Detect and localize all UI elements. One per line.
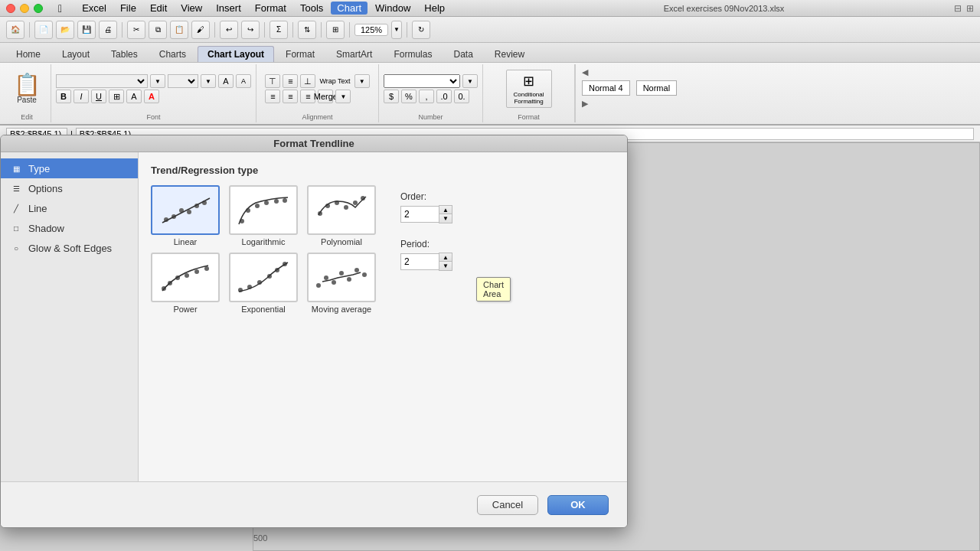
align-top-btn[interactable]: ⊤ [265, 74, 280, 88]
tab-data[interactable]: Data [443, 46, 482, 62]
toolbar-autosum-btn[interactable]: Σ [270, 21, 288, 39]
borders-btn[interactable]: ⊞ [109, 90, 124, 103]
toolbar-refresh-btn[interactable]: ↻ [412, 21, 430, 39]
toolbar-new-btn[interactable]: 📄 [34, 21, 53, 39]
decrease-font-btn[interactable]: A [236, 74, 251, 88]
font-color-btn[interactable]: A [144, 90, 159, 103]
wrap-text-btn[interactable]: ▼ [354, 74, 370, 88]
underline-btn[interactable]: U [91, 90, 106, 103]
trend-moving-average[interactable]: Moving average [307, 253, 376, 314]
trend-linear[interactable]: Linear [151, 185, 220, 246]
font-dropdown-btn[interactable]: ▼ [150, 74, 165, 88]
percent-btn[interactable]: % [401, 90, 416, 103]
font-size-select[interactable] [168, 74, 198, 88]
ribbon-tabs: Home Layout Tables Charts Chart Layout F… [0, 43, 980, 63]
font-size-dropdown-btn[interactable]: ▼ [201, 74, 216, 88]
trend-polynomial[interactable]: Polynomial [307, 185, 376, 246]
tab-formulas[interactable]: Formulas [384, 46, 442, 62]
order-period-controls: Order: ▲ ▼ Period: [400, 191, 452, 314]
toolbar-copy-btn[interactable]: ⧉ [149, 21, 167, 39]
tab-chart-layout[interactable]: Chart Layout [198, 46, 274, 62]
menu-help[interactable]: Help [418, 2, 451, 15]
trend-exponential[interactable]: Exponential [229, 253, 298, 314]
apple-menu[interactable]:  [52, 2, 68, 15]
trend-polynomial-icon [307, 185, 376, 235]
menu-tools[interactable]: Tools [294, 2, 329, 15]
conditional-formatting-btn[interactable]: ⊞ Conditional Formatting [506, 70, 552, 108]
style-nav-next[interactable]: ▶ [582, 99, 691, 109]
style-normal-preview: Normal [636, 80, 677, 96]
tab-format[interactable]: Format [276, 46, 325, 62]
order-input[interactable] [400, 206, 439, 223]
style-nav-prev[interactable]: ◀ [582, 67, 691, 77]
decrease-decimal-btn[interactable]: 0. [454, 90, 469, 103]
bold-btn[interactable]: B [56, 90, 71, 103]
period-down-btn[interactable]: ▼ [439, 262, 452, 270]
order-down-btn[interactable]: ▼ [439, 214, 452, 223]
trend-power[interactable]: Power [151, 253, 220, 314]
font-family-select[interactable] [56, 74, 148, 88]
toolbar-gallery-btn[interactable]: ⊞ [326, 21, 345, 39]
menu-view[interactable]: View [175, 2, 208, 15]
increase-decimal-btn[interactable]: .0 [436, 90, 452, 103]
period-input[interactable] [400, 253, 439, 270]
sidebar-item-glow[interactable]: ○ Glow & Soft Edges [1, 238, 138, 258]
maximize-button[interactable] [34, 4, 43, 13]
merge-dropdown-btn[interactable]: ▼ [335, 90, 351, 103]
tab-home[interactable]: Home [6, 46, 51, 62]
menu-bar:  Excel File Edit View Insert Format Too… [52, 2, 494, 15]
tab-tables[interactable]: Tables [101, 46, 148, 62]
toolbar-open-btn[interactable]: 📂 [56, 21, 74, 39]
toolbar-undo-btn[interactable]: ↩ [220, 21, 238, 39]
toolbar-print-btn[interactable]: 🖨 [99, 21, 117, 39]
align-middle-btn[interactable]: ≡ [283, 74, 298, 88]
ok-button[interactable]: OK [547, 495, 609, 515]
toolbar-sort-btn[interactable]: ⇅ [298, 21, 316, 39]
tab-smartart[interactable]: SmartArt [326, 46, 382, 62]
toolbar-home-btn[interactable]: 🏠 [6, 21, 24, 39]
toolbar-paste-btn[interactable]: 📋 [170, 21, 188, 39]
order-control: ▲ ▼ [400, 205, 452, 223]
period-label: Period: [400, 239, 452, 249]
period-up-btn[interactable]: ▲ [439, 253, 452, 262]
trend-logarithmic[interactable]: Logarithmic [229, 185, 298, 246]
align-bottom-btn[interactable]: ⊥ [300, 74, 315, 88]
svg-point-51 [264, 201, 269, 205]
tab-charts[interactable]: Charts [149, 46, 196, 62]
align-left-btn[interactable]: ≡ [265, 90, 280, 103]
increase-font-btn[interactable]: A [218, 74, 234, 88]
currency-btn[interactable]: $ [384, 90, 399, 103]
menu-window[interactable]: Window [369, 2, 416, 15]
menu-format[interactable]: Format [249, 2, 292, 15]
menu-file[interactable]: File [114, 2, 142, 15]
tab-layout[interactable]: Layout [52, 46, 100, 62]
italic-btn[interactable]: I [74, 90, 89, 103]
order-up-btn[interactable]: ▲ [439, 206, 452, 214]
merge-btn[interactable]: Merge [318, 90, 333, 103]
toolbar-save-btn[interactable]: 💾 [77, 21, 96, 39]
cancel-button[interactable]: Cancel [477, 495, 538, 515]
zoom-dropdown-btn[interactable]: ▼ [391, 21, 402, 39]
menu-insert[interactable]: Insert [210, 2, 247, 15]
fill-color-btn[interactable]: A [126, 90, 142, 103]
trend-grid: Linear [151, 185, 615, 314]
comma-btn[interactable]: , [419, 90, 434, 103]
minimize-button[interactable] [20, 4, 29, 13]
menu-excel[interactable]: Excel [76, 2, 113, 15]
sidebar-item-line[interactable]: ╱ Line [1, 198, 138, 218]
sidebar-item-type[interactable]: ▦ Type [1, 158, 138, 178]
align-center-btn[interactable]: ≡ [283, 90, 298, 103]
close-button[interactable] [6, 4, 15, 13]
menu-edit[interactable]: Edit [144, 2, 173, 15]
chart-area-tooltip[interactable]: Chart Area [476, 277, 511, 302]
number-format-dropdown-btn[interactable]: ▼ [462, 74, 478, 88]
menu-chart[interactable]: Chart [331, 2, 368, 15]
toolbar-format-painter-btn[interactable]: 🖌 [191, 21, 210, 39]
sidebar-item-options[interactable]: ☰ Options [1, 178, 138, 198]
toolbar-redo-btn[interactable]: ↪ [241, 21, 260, 39]
number-format-select[interactable] [384, 74, 460, 88]
section-title: Trend/Regression type [151, 165, 615, 176]
sidebar-item-shadow[interactable]: □ Shadow [1, 218, 138, 238]
toolbar-cut-btn[interactable]: ✂ [127, 21, 145, 39]
tab-review[interactable]: Review [485, 46, 534, 62]
